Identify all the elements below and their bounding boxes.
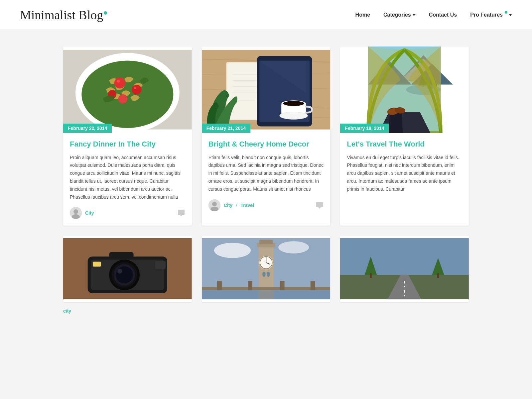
nav-categories[interactable]: Categories — [383, 12, 416, 18]
card-meta-1: City — [70, 207, 185, 219]
svg-rect-53 — [109, 252, 134, 258]
svg-point-60 — [278, 242, 309, 254]
card-title-1[interactable]: Fancy Dinner In The City — [70, 140, 185, 149]
card-excerpt-3: Vivamus eu dui eget turpis iaculis facil… — [347, 154, 462, 193]
chevron-down-icon — [412, 14, 416, 16]
svg-point-59 — [214, 243, 250, 258]
svg-point-8 — [134, 87, 136, 89]
blog-grid: February 22, 2014 Fancy Dinner In The Ci… — [63, 47, 469, 226]
post-image-desk — [202, 47, 331, 133]
tag-travel-2[interactable]: Travel — [241, 203, 254, 208]
bottom-image-bigben — [202, 236, 331, 302]
chevron-down-icon — [509, 14, 512, 16]
tag-city-2[interactable]: City — [224, 203, 232, 208]
svg-point-7 — [117, 80, 120, 83]
post-card-2: February 21, 2014 Bright & Cheery Home D… — [202, 47, 331, 226]
tag-city-1[interactable]: City — [85, 210, 94, 216]
bottom-card-1 — [63, 236, 192, 302]
svg-rect-84 — [437, 273, 439, 278]
svg-point-30 — [283, 101, 304, 106]
date-badge-1: February 22, 2014 — [63, 124, 112, 133]
meta-left-1: City — [70, 207, 94, 219]
card-meta-2: City / Travel — [208, 199, 324, 211]
meta-left-2: City / Travel — [208, 199, 254, 211]
card-excerpt-2: Etiam felis velit, blandit non congue qu… — [208, 154, 324, 193]
comment-icon-2 — [316, 201, 324, 209]
date-badge-3: February 19, 2014 — [340, 124, 389, 133]
svg-rect-71 — [217, 281, 222, 290]
nav-contact[interactable]: Contact Us — [429, 12, 457, 18]
card-body-3: Let's Travel The World Vivamus eu dui eg… — [340, 133, 469, 206]
svg-rect-73 — [280, 281, 284, 290]
main-nav: Home Categories Contact Us Pro Features — [355, 12, 512, 18]
svg-point-3 — [114, 77, 125, 88]
card-title-2[interactable]: Bright & Cheery Home Decor — [208, 140, 324, 149]
logo-dot — [104, 11, 107, 15]
nav-pro-features[interactable]: Pro Features — [470, 12, 512, 18]
bottom-grid — [63, 236, 469, 302]
site-logo[interactable]: Minimalist Blog — [20, 8, 107, 22]
date-badge-2: February 21, 2014 — [202, 124, 250, 133]
bottom-card-3 — [340, 236, 469, 302]
logo-text: Minimalist Blog — [20, 8, 103, 22]
svg-point-52 — [117, 269, 122, 274]
svg-rect-72 — [248, 281, 252, 290]
card-excerpt-1: Proin aliquam quam leo, accumsan accumsa… — [70, 154, 185, 201]
svg-point-10 — [73, 209, 78, 214]
bottom-image-road — [340, 236, 469, 302]
bottom-image-camera — [63, 236, 192, 302]
post-image-tent — [340, 47, 469, 133]
card-body-1: Fancy Dinner In The City Proin aliquam q… — [63, 133, 192, 226]
city-tag-bottom[interactable]: city — [63, 308, 71, 314]
site-header: Minimalist Blog Home Categories Contact … — [0, 0, 532, 30]
card-title-3[interactable]: Let's Travel The World — [347, 140, 462, 149]
card-image-wrapper-3: February 19, 2014 — [340, 47, 469, 133]
bottom-city-label: city — [63, 305, 469, 317]
svg-point-4 — [132, 85, 141, 94]
svg-point-33 — [212, 202, 217, 206]
bottom-card-2 — [202, 236, 331, 302]
svg-rect-74 — [310, 281, 315, 290]
avatar-1 — [70, 207, 82, 219]
pro-dot-indicator — [505, 11, 507, 14]
svg-point-5 — [118, 94, 128, 104]
main-content: February 22, 2014 Fancy Dinner In The Ci… — [50, 47, 482, 317]
svg-rect-63 — [259, 240, 273, 245]
card-body-2: Bright & Cheery Home Decor Etiam felis v… — [202, 133, 331, 218]
post-image-food — [63, 47, 192, 133]
card-image-wrapper-1: February 22, 2014 — [63, 47, 192, 133]
svg-rect-83 — [370, 273, 372, 278]
svg-point-31 — [280, 112, 308, 119]
nav-home[interactable]: Home — [355, 12, 370, 18]
post-card-3: February 19, 2014 Let's Travel The World… — [340, 47, 469, 226]
post-card-1: February 22, 2014 Fancy Dinner In The Ci… — [63, 47, 192, 226]
svg-rect-54 — [155, 261, 166, 269]
avatar-2 — [208, 199, 220, 211]
card-image-wrapper-2: February 21, 2014 — [202, 47, 331, 133]
svg-rect-69 — [267, 272, 270, 277]
comment-icon-1 — [177, 209, 185, 217]
svg-point-51 — [116, 266, 133, 284]
svg-rect-75 — [202, 290, 331, 300]
svg-rect-56 — [93, 262, 101, 267]
svg-rect-68 — [262, 272, 265, 277]
svg-rect-78 — [340, 238, 469, 275]
